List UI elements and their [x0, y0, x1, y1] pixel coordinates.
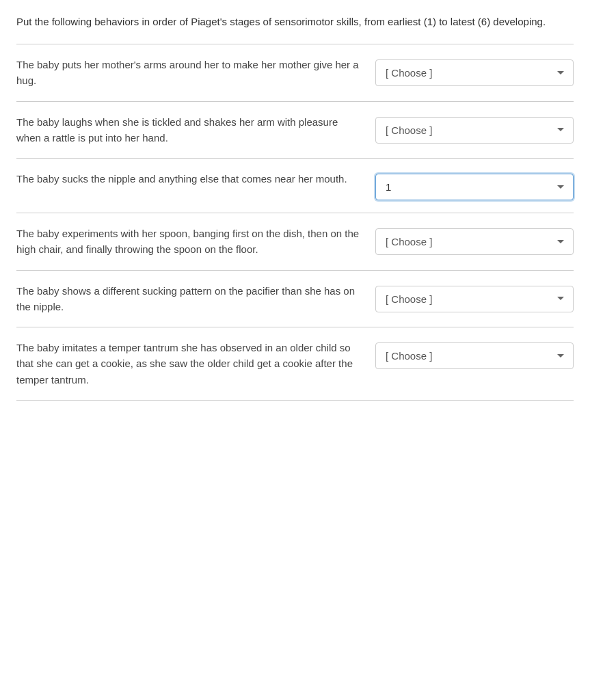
- choice-select-1[interactable]: [ Choose ]123456: [375, 59, 574, 86]
- choice-select-4[interactable]: [ Choose ]123456: [375, 228, 574, 255]
- select-wrapper-2: [ Choose ]123456: [375, 117, 574, 144]
- question-row: The baby imitates a temper tantrum she h…: [16, 327, 574, 401]
- question-text-6: The baby imitates a temper tantrum she h…: [16, 340, 375, 388]
- select-wrapper-1: [ Choose ]123456: [375, 59, 574, 86]
- question-text-2: The baby laughs when she is tickled and …: [16, 114, 375, 146]
- question-row: The baby sucks the nipple and anything e…: [16, 159, 574, 213]
- question-text-5: The baby shows a different sucking patte…: [16, 283, 375, 315]
- question-row: The baby puts her mother's arms around h…: [16, 44, 574, 102]
- question-row: The baby shows a different sucking patte…: [16, 271, 574, 328]
- select-wrapper-3: [ Choose ]123456: [375, 174, 574, 200]
- select-wrapper-4: [ Choose ]123456: [375, 228, 574, 255]
- question-row: The baby experiments with her spoon, ban…: [16, 213, 574, 271]
- questions-container: The baby puts her mother's arms around h…: [16, 44, 574, 401]
- select-wrapper-5: [ Choose ]123456: [375, 286, 574, 312]
- question-text-1: The baby puts her mother's arms around h…: [16, 57, 375, 89]
- choice-select-3[interactable]: [ Choose ]123456: [375, 174, 574, 200]
- question-row: The baby laughs when she is tickled and …: [16, 102, 574, 159]
- select-wrapper-6: [ Choose ]123456: [375, 342, 574, 369]
- question-text-3: The baby sucks the nipple and anything e…: [16, 171, 375, 187]
- instructions-text: Put the following behaviors in order of …: [16, 14, 574, 30]
- question-text-4: The baby experiments with her spoon, ban…: [16, 226, 375, 258]
- choice-select-2[interactable]: [ Choose ]123456: [375, 117, 574, 144]
- choice-select-6[interactable]: [ Choose ]123456: [375, 342, 574, 369]
- choice-select-5[interactable]: [ Choose ]123456: [375, 286, 574, 312]
